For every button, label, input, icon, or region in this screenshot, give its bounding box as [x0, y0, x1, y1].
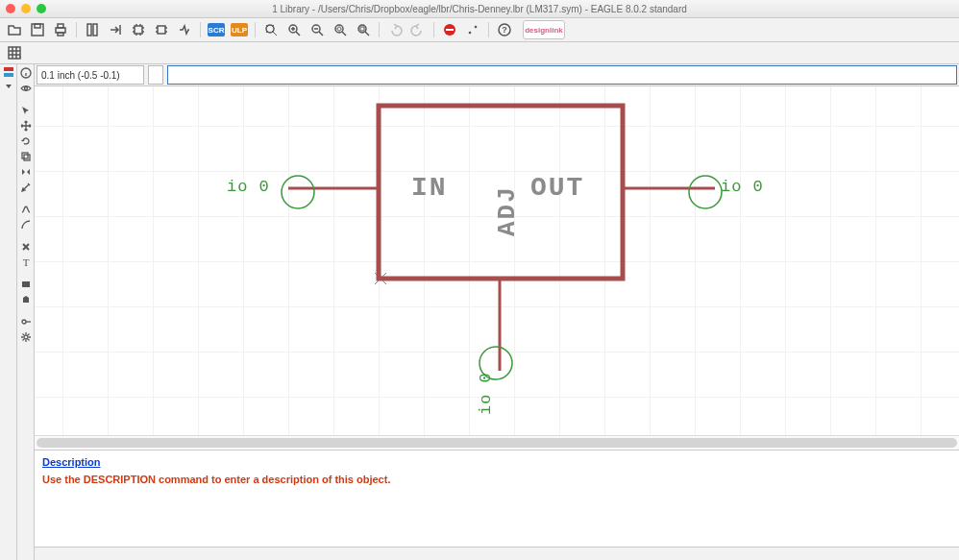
package-button[interactable] [151, 20, 172, 39]
zoom-fit-button[interactable] [260, 20, 282, 39]
horizontal-scrollbar[interactable] [35, 435, 959, 450]
svg-rect-23 [24, 155, 30, 160]
redo-button[interactable] [407, 20, 429, 39]
layers-button[interactable] [1, 64, 15, 79]
svg-point-27 [24, 335, 28, 339]
svg-point-34 [689, 176, 722, 208]
coord-small-box[interactable] [148, 65, 163, 85]
tool-palette: T [17, 64, 35, 560]
svg-point-15 [475, 26, 478, 29]
minimize-window-button[interactable] [21, 4, 31, 13]
svg-rect-0 [32, 24, 43, 36]
pin-out-label: io 0 [721, 178, 764, 196]
svg-rect-13 [446, 29, 454, 31]
canvas[interactable]: io 0 io 0 io 0 IN OUT ADJ [35, 86, 959, 435]
symbol-button[interactable] [174, 20, 195, 39]
svg-rect-11 [360, 27, 364, 31]
move-tool[interactable] [18, 118, 33, 133]
layers-dropdown-icon[interactable] [1, 79, 15, 93]
mirror-tool[interactable] [18, 164, 33, 179]
svg-rect-22 [22, 153, 28, 158]
svg-rect-1 [35, 24, 40, 28]
coord-display[interactable]: 0.1 inch (-0.5 -0.1) [37, 65, 144, 85]
main-area: 0.1 inch (-0.5 -0.1) [35, 64, 959, 560]
svg-rect-4 [58, 33, 63, 36]
print-button[interactable] [50, 20, 71, 39]
svg-point-21 [24, 86, 27, 89]
zoom-select-button[interactable] [353, 20, 374, 39]
show-tool[interactable] [18, 81, 33, 95]
delete-tool[interactable] [18, 239, 33, 254]
scrollbar-thumb[interactable] [37, 438, 957, 448]
window-traffic-lights [6, 4, 46, 13]
zoom-out-button[interactable] [307, 20, 328, 39]
save-button[interactable] [27, 20, 48, 39]
grid-toolbar [0, 42, 959, 64]
pin-tool[interactable] [18, 314, 33, 329]
rect-tool[interactable] [18, 277, 33, 291]
text-tool[interactable]: T [18, 255, 33, 269]
svg-rect-19 [4, 73, 13, 77]
svg-rect-5 [135, 26, 142, 34]
svg-rect-25 [22, 281, 30, 287]
device-button[interactable] [128, 20, 149, 39]
rotate-tool[interactable] [18, 134, 33, 148]
open-button[interactable] [4, 20, 25, 39]
properties-tool[interactable] [18, 180, 33, 194]
command-input[interactable] [167, 65, 957, 85]
select-tool[interactable] [18, 103, 33, 117]
pin-in-label: io 0 [227, 178, 270, 196]
svg-point-9 [335, 25, 343, 33]
go-button[interactable] [462, 20, 483, 39]
svg-point-14 [469, 32, 472, 35]
pin-adj-label: io 0 [477, 372, 495, 415]
description-panel: Description Use the DESCRIPTION command … [35, 450, 959, 547]
svg-text:T: T [22, 256, 29, 268]
close-window-button[interactable] [6, 4, 15, 13]
zoom-window-button[interactable] [37, 4, 46, 13]
help-button[interactable]: ? [494, 20, 515, 39]
copy-tool[interactable] [18, 149, 33, 163]
body-adj-text: ADJ [493, 185, 522, 236]
export-button[interactable] [105, 20, 126, 39]
arc-tool[interactable] [18, 217, 33, 231]
description-heading-link[interactable]: Description [42, 456, 101, 468]
zoom-redraw-button[interactable] [330, 20, 351, 39]
svg-point-10 [358, 25, 366, 33]
titlebar: 1 Library - /Users/Chris/Dropbox/eagle/l… [0, 0, 959, 18]
schematic-drawing [35, 86, 959, 432]
svg-point-26 [22, 320, 26, 324]
ulp-button[interactable]: ULP [229, 20, 250, 39]
layer-column [0, 64, 17, 560]
scr-button[interactable]: SCR [206, 20, 227, 39]
info-tool[interactable] [18, 65, 33, 80]
body-out-text: OUT [530, 173, 584, 203]
window-title: 1 Library - /Users/Chris/Dropbox/eagle/l… [0, 4, 959, 14]
wire-tool[interactable] [18, 202, 33, 216]
svg-text:?: ? [502, 25, 507, 35]
coord-row: 0.1 inch (-0.5 -0.1) [35, 64, 959, 86]
svg-rect-3 [58, 24, 63, 28]
svg-point-32 [282, 176, 314, 208]
svg-rect-18 [4, 67, 13, 71]
library-button[interactable] [82, 20, 103, 39]
settings-tool[interactable] [18, 329, 33, 344]
main-toolbar: SCR ULP ? designlink [0, 18, 959, 42]
body-in-text: IN [411, 173, 448, 203]
description-message: Use the DESCRIPTION command to enter a d… [42, 474, 951, 485]
grid-button[interactable] [4, 43, 25, 62]
zoom-in-button[interactable] [283, 20, 305, 39]
designlink-button[interactable]: designlink [523, 20, 565, 39]
polygon-tool[interactable] [18, 292, 33, 306]
stop-button[interactable] [439, 20, 460, 39]
status-bar [35, 547, 959, 560]
undo-button[interactable] [384, 20, 406, 39]
